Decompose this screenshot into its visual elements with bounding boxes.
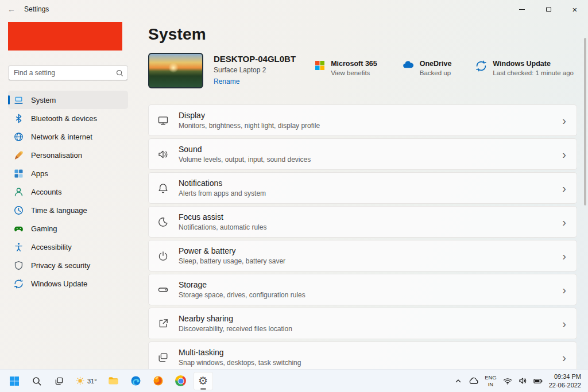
chevron-right-icon: ›: [562, 250, 566, 262]
sidebar-item-privacy-security[interactable]: Privacy & security: [8, 256, 128, 274]
search-input[interactable]: [14, 69, 116, 77]
close-button[interactable]: ×: [562, 0, 588, 18]
sidebar-item-label: Time & language: [31, 206, 87, 215]
language-indicator[interactable]: ENGIN: [485, 374, 497, 387]
card-subtitle: Monitors, brightness, night light, displ…: [179, 122, 320, 130]
sidebar-nav: System Bluetooth & devices Network & int…: [8, 91, 128, 293]
tile-title: OneDrive: [420, 60, 452, 68]
taskbar-apps: 31° ⚙: [5, 372, 213, 390]
update-arrows-icon: [14, 279, 24, 289]
edge-button[interactable]: [126, 372, 146, 390]
shield-icon: [14, 261, 24, 270]
search-icon: [116, 69, 123, 77]
sidebar-item-time-language[interactable]: Time & language: [8, 201, 128, 219]
page-title: System: [148, 25, 577, 44]
sidebar-item-label: Apps: [31, 169, 48, 178]
power-icon: [157, 250, 169, 262]
settings-card-storage[interactable]: Storage Storage space, drives, configura…: [148, 274, 577, 305]
sidebar: System Bluetooth & devices Network & int…: [0, 18, 136, 369]
sidebar-item-gaming[interactable]: Gaming: [8, 219, 128, 238]
chrome-button[interactable]: [171, 372, 191, 390]
chevron-right-icon: ›: [562, 318, 566, 329]
card-subtitle: Volume levels, output, input, sound devi…: [179, 156, 311, 164]
sidebar-item-personalisation[interactable]: Personalisation: [8, 146, 128, 164]
sidebar-item-accounts[interactable]: Accounts: [8, 183, 128, 201]
settings-card-sound[interactable]: Sound Volume levels, output, input, soun…: [148, 138, 577, 170]
weather-temp: 31°: [87, 378, 97, 385]
window-title: Settings: [24, 5, 49, 13]
tile-title: Windows Update: [493, 60, 574, 68]
onedrive-cloud-icon: [401, 60, 414, 88]
main-content: System DESKTOP-04GL0BT Surface Laptop 2 …: [136, 18, 588, 369]
card-title: Display: [179, 111, 320, 120]
maximize-restore-button[interactable]: [535, 0, 562, 18]
windows-update-icon: [475, 60, 487, 88]
user-account-redacted[interactable]: [8, 22, 122, 51]
card-text: Sound Volume levels, output, input, soun…: [179, 145, 311, 164]
file-explorer-button[interactable]: [104, 372, 123, 390]
clock-text: 09:34 PM22-06-2022: [549, 372, 581, 389]
tile-text: Microsoft 365 View benefits: [331, 60, 377, 88]
card-subtitle: Notifications, automatic rules: [179, 223, 266, 231]
tile-subtitle: View benefits: [331, 69, 377, 76]
settings-card-notifications[interactable]: Notifications Alerts from apps and syste…: [148, 172, 577, 204]
sidebar-item-apps[interactable]: Apps: [8, 164, 128, 183]
card-subtitle: Alerts from apps and system: [179, 189, 266, 197]
sidebar-item-system[interactable]: System: [8, 91, 128, 109]
network-globe-icon: [14, 132, 24, 142]
chevron-right-icon: ›: [562, 216, 566, 228]
settings-card-multi-tasking[interactable]: Multi-tasking Snap windows, desktops, ta…: [148, 341, 577, 369]
start-button[interactable]: [5, 372, 24, 390]
device-thumbnail: [148, 53, 203, 88]
settings-card-display[interactable]: Display Monitors, brightness, night ligh…: [148, 104, 577, 136]
card-title: Focus assist: [179, 212, 266, 222]
windows-logo-icon: [9, 376, 20, 386]
minimize-icon: [519, 9, 525, 10]
tray-date: 22-06-2022: [549, 382, 581, 389]
sidebar-item-windows-update[interactable]: Windows Update: [8, 274, 128, 293]
tile-onedrive[interactable]: OneDrive Backed up: [401, 60, 452, 88]
back-icon[interactable]: ←: [0, 0, 23, 18]
clock-tray[interactable]: 09:34 PM22-06-2022: [549, 372, 581, 389]
card-title: Multi-tasking: [179, 348, 301, 357]
settings-card-focus-assist[interactable]: Focus assist Notifications, automatic ru…: [148, 206, 577, 238]
card-title: Notifications: [179, 178, 266, 188]
task-view-button[interactable]: [49, 372, 69, 390]
tile-microsoft-365[interactable]: Microsoft 365 View benefits: [315, 60, 377, 88]
windows-overlap-icon: [157, 352, 169, 363]
card-text: Focus assist Notifications, automatic ru…: [179, 212, 266, 231]
widgets-weather-button[interactable]: 31°: [72, 372, 101, 390]
sidebar-item-label: Privacy & security: [31, 261, 90, 270]
sidebar-item-accessibility[interactable]: Accessibility: [8, 238, 128, 256]
wifi-icon[interactable]: [503, 378, 512, 385]
taskbar: 31° ⚙ ENGIN 09:34 PM22-06-2022: [0, 369, 588, 392]
volume-icon[interactable]: [519, 377, 527, 385]
close-icon: ×: [572, 5, 578, 14]
card-title: Storage: [179, 280, 305, 289]
rename-link[interactable]: Rename: [214, 77, 239, 86]
scrollbar-thumb[interactable]: [584, 38, 586, 205]
firefox-button[interactable]: [149, 372, 168, 390]
accessibility-person-icon: [14, 242, 24, 252]
taskbar-search-button[interactable]: [27, 372, 47, 390]
settings-card-nearby-sharing[interactable]: Nearby sharing Discoverability, received…: [148, 308, 577, 339]
language-line2: IN: [488, 381, 494, 387]
card-text: Multi-tasking Snap windows, desktops, ta…: [179, 348, 301, 367]
settings-card-power-battery[interactable]: Power & battery Sleep, battery usage, ba…: [148, 240, 577, 271]
sidebar-item-bluetooth-devices[interactable]: Bluetooth & devices: [8, 109, 128, 127]
focus-moon-icon: [157, 216, 169, 228]
tile-windows-update[interactable]: Windows Update Last checked: 1 minute ag…: [475, 60, 574, 88]
gear-icon: ⚙: [198, 375, 208, 386]
card-text: Display Monitors, brightness, night ligh…: [179, 111, 320, 130]
settings-app-button[interactable]: ⚙: [194, 372, 213, 390]
battery-icon[interactable]: [533, 378, 543, 384]
minimize-button[interactable]: [509, 0, 535, 18]
chevron-right-icon: ›: [562, 352, 566, 363]
sidebar-item-network-internet[interactable]: Network & internet: [8, 127, 128, 146]
personalisation-brush-icon: [14, 150, 24, 160]
card-title: Power & battery: [179, 246, 285, 255]
onedrive-tray-icon[interactable]: [468, 377, 478, 385]
chevron-right-icon: ›: [562, 284, 566, 296]
tray-chevron-up-icon[interactable]: [455, 378, 462, 385]
language-line1: ENG: [485, 374, 497, 381]
